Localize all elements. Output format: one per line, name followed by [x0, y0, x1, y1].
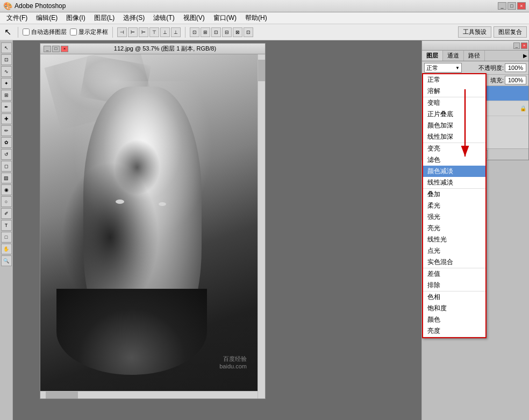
blend-difference[interactable]: 差值 — [423, 268, 485, 280]
blend-dissolve[interactable]: 溶解 — [423, 86, 485, 97]
blend-hard-light[interactable]: 强光 — [423, 211, 485, 223]
layers-panel: _ × 图层 通道 路径 ▶ 正常 ▼ 不透明度: — [421, 40, 529, 160]
menu-select[interactable]: 选择(S) — [119, 12, 149, 24]
blend-color[interactable]: 颜色 — [423, 314, 485, 325]
tool-gradient[interactable]: ▨ — [1, 173, 12, 183]
opacity-input[interactable]: 100% — [505, 63, 526, 72]
blend-linear-burn[interactable]: 线性加深 — [423, 131, 485, 143]
dist-center-h-icon[interactable]: ⊞ — [201, 27, 210, 37]
align-center-h-icon[interactable]: ⊢ — [128, 27, 138, 37]
tool-magic-wand[interactable]: ✦ — [1, 78, 12, 89]
tool-path[interactable]: ✐ — [1, 208, 12, 219]
doc-minimize-button[interactable]: _ — [44, 46, 51, 52]
tool-history-brush[interactable]: ↺ — [1, 149, 12, 160]
menu-help[interactable]: 帮助(H) — [241, 12, 271, 24]
blend-pin-light[interactable]: 点光 — [423, 245, 485, 257]
dist-center-v-icon[interactable]: ⊠ — [233, 27, 242, 37]
menu-layer[interactable]: 图层(L) — [90, 12, 119, 24]
blend-group-lighten: 变亮 滤色 颜色减淡 线性减淡 — [423, 143, 485, 189]
align-bottom-icon[interactable]: ⊥ — [171, 27, 181, 37]
tool-zoom[interactable]: 🔍 — [1, 255, 12, 266]
blend-hue[interactable]: 色相 — [423, 291, 485, 303]
tool-shape[interactable]: □ — [1, 232, 12, 243]
app-title: Adobe Photoshop — [15, 2, 66, 10]
show-bounds-checkbox[interactable] — [70, 29, 77, 35]
close-button[interactable]: × — [517, 2, 526, 10]
layer-comps-button[interactable]: 图层复合 — [494, 26, 527, 38]
panel-menu-button[interactable]: ▶ — [523, 53, 527, 59]
layer-lock-icon: 🔒 — [520, 105, 526, 111]
tool-marquee[interactable]: ⊡ — [1, 54, 12, 65]
blend-multiply[interactable]: 正片叠底 — [423, 109, 485, 120]
doc-maximize-button[interactable]: □ — [52, 46, 60, 52]
blend-color-burn[interactable]: 颜色加深 — [423, 120, 485, 131]
tool-eraser[interactable]: ◻ — [1, 161, 12, 172]
tab-layers[interactable]: 图层 — [422, 51, 443, 61]
menu-view[interactable]: 视图(V) — [179, 12, 209, 24]
menu-edit[interactable]: 编辑(E) — [32, 12, 62, 24]
tool-presets-button[interactable]: 工具预设 — [458, 26, 491, 38]
blend-vivid-light[interactable]: 亮光 — [423, 223, 485, 234]
panel-title-bar: _ × — [422, 41, 528, 51]
document-canvas[interactable]: 百度经验 baidu.com — [40, 54, 265, 398]
tool-stamp[interactable]: ✿ — [1, 137, 12, 148]
align-right-icon[interactable]: ⊢ — [139, 27, 148, 37]
dist-left-icon[interactable]: ⊡ — [190, 27, 199, 37]
blend-overlay[interactable]: 叠加 — [423, 189, 485, 200]
menu-window[interactable]: 窗口(W) — [209, 12, 241, 24]
dist-bottom-icon[interactable]: ⊡ — [244, 27, 253, 37]
blend-color-dodge[interactable]: 颜色减淡 — [423, 166, 485, 177]
blend-saturation[interactable]: 饱和度 — [423, 303, 485, 314]
align-center-v-icon[interactable]: ⊥ — [160, 27, 170, 37]
right-panel: _ × 图层 通道 路径 ▶ 正常 ▼ 不透明度: — [421, 40, 529, 420]
document-scrollbar-horizontal[interactable] — [40, 391, 258, 398]
blend-lighten[interactable]: 变亮 — [423, 143, 485, 154]
tool-dodge[interactable]: ○ — [1, 196, 12, 207]
doc-close-button[interactable]: × — [61, 46, 68, 52]
tool-blur[interactable]: ◉ — [1, 184, 12, 195]
menu-file[interactable]: 文件(F) — [2, 12, 32, 24]
tool-hand[interactable]: ✋ — [1, 244, 12, 254]
blend-linear-light[interactable]: 线性光 — [423, 234, 485, 245]
tool-crop[interactable]: ⊞ — [1, 90, 12, 101]
tool-brush[interactable]: ✏ — [1, 125, 12, 136]
dist-right-icon[interactable]: ⊡ — [211, 27, 221, 37]
blend-group-hsl: 色相 饱和度 颜色 亮度 — [423, 291, 485, 337]
minimize-button[interactable]: _ — [498, 2, 506, 10]
menu-image[interactable]: 图像(I) — [62, 12, 89, 24]
blend-mode-dropdown[interactable]: 正常 ▼ — [424, 63, 462, 73]
panel-minimize-button[interactable]: _ — [513, 42, 520, 49]
align-top-icon[interactable]: ⊤ — [149, 27, 159, 37]
panel-close-button[interactable]: × — [521, 42, 527, 49]
tab-paths[interactable]: 路径 — [464, 51, 485, 61]
menu-bar: 文件(F) 编辑(E) 图像(I) 图层(L) 选择(S) 滤镜(T) 视图(V… — [0, 12, 529, 24]
tab-channels[interactable]: 通道 — [443, 51, 464, 61]
maximize-button[interactable]: □ — [507, 2, 516, 10]
blend-soft-light[interactable]: 柔光 — [423, 200, 485, 211]
blend-normal[interactable]: 正常 — [423, 74, 485, 86]
canvas-image-area: 百度经验 baidu.com — [40, 54, 258, 391]
blend-linear-dodge[interactable]: 线性减淡 — [423, 177, 485, 188]
document-scrollbar-vertical[interactable] — [258, 54, 265, 398]
fill-label: 填充: — [490, 76, 504, 84]
blend-exclusion[interactable]: 排除 — [423, 280, 485, 291]
opacity-field: 不透明度: 100% — [478, 63, 526, 72]
tool-text[interactable]: T — [1, 220, 12, 231]
align-left-icon[interactable]: ⊣ — [117, 27, 127, 37]
move-tool-button[interactable]: ↖ — [2, 26, 13, 38]
window-controls: _ □ × — [498, 2, 526, 10]
tool-lasso[interactable]: ∿ — [1, 66, 12, 77]
blend-luminosity[interactable]: 亮度 — [423, 325, 485, 337]
blend-mode-dropdown-panel: 正常 溶解 变暗 正片叠底 颜色加深 线性加深 变亮 滤色 颜色减淡 线性减淡 — [422, 73, 487, 338]
tool-move[interactable]: ↖ — [1, 42, 12, 53]
document-window: _ □ × 112.jpg @ 53.7% (图层 1 副本, RGB/8) — [40, 43, 266, 399]
fill-input[interactable]: 100% — [505, 76, 526, 84]
blend-hard-mix[interactable]: 实色混合 — [423, 257, 485, 268]
tool-eyedropper[interactable]: ✒ — [1, 102, 12, 112]
blend-screen[interactable]: 滤色 — [423, 154, 485, 166]
dist-top-icon[interactable]: ⊟ — [222, 27, 232, 37]
blend-darken[interactable]: 变暗 — [423, 97, 485, 109]
auto-select-checkbox[interactable] — [23, 29, 30, 35]
menu-filter[interactable]: 滤镜(T) — [149, 12, 178, 24]
tool-heal[interactable]: ✚ — [1, 113, 12, 124]
